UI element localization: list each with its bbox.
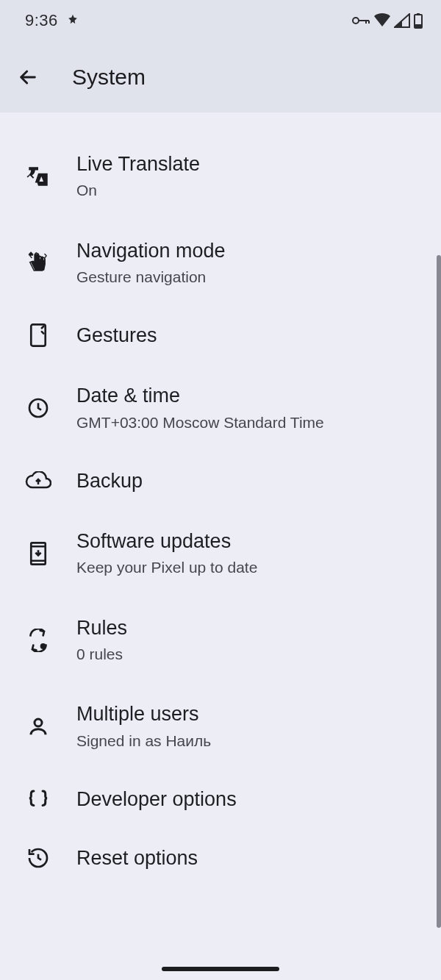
svg-point-7: [41, 644, 45, 648]
setting-date-time[interactable]: Date & time GMT+03:00 Moscow Standard Ti…: [0, 365, 441, 451]
svg-point-8: [35, 719, 42, 726]
restore-icon: [0, 846, 76, 870]
battery-icon: [413, 12, 423, 29]
setting-title: Reset options: [76, 846, 423, 870]
svg-rect-3: [415, 24, 421, 27]
vpn-key-icon: [351, 15, 370, 26]
cloud-backup-icon: [0, 471, 76, 490]
app-indicator-icon: [65, 13, 80, 28]
status-right: [351, 12, 423, 29]
svg-rect-2: [417, 13, 420, 15]
setting-gestures[interactable]: Gestures: [0, 306, 441, 365]
setting-subtitle: Keep your Pixel up to date: [76, 557, 423, 577]
translate-icon: [0, 164, 76, 189]
back-button[interactable]: [16, 65, 40, 89]
setting-navigation-mode[interactable]: Navigation mode Gesture navigation: [0, 220, 441, 307]
setting-rules[interactable]: Rules 0 rules: [0, 597, 441, 684]
setting-multiple-users[interactable]: Multiple users Signed in as Наиль: [0, 683, 441, 770]
setting-subtitle: 0 rules: [76, 644, 423, 664]
code-braces-icon: [0, 788, 76, 810]
setting-title: Developer options: [76, 787, 423, 811]
status-bar: 9:36: [0, 0, 441, 41]
status-time: 9:36: [25, 11, 58, 30]
setting-title: Navigation mode: [76, 239, 423, 262]
svg-point-0: [353, 18, 359, 24]
gesture-icon: [0, 323, 76, 348]
rules-icon: [0, 629, 76, 652]
swipe-icon: [0, 251, 76, 276]
setting-title: Software updates: [76, 529, 423, 553]
setting-title: Gestures: [76, 323, 423, 347]
setting-subtitle: GMT+03:00 Moscow Standard Time: [76, 412, 423, 432]
setting-title: Live Translate: [76, 152, 423, 176]
setting-backup[interactable]: Backup: [0, 451, 441, 510]
setting-reset-options[interactable]: Reset options: [0, 829, 441, 887]
setting-subtitle: Signed in as Наиль: [76, 731, 423, 751]
setting-title: Backup: [76, 469, 423, 493]
setting-title: Multiple users: [76, 702, 423, 726]
setting-live-translate[interactable]: Live Translate On: [0, 133, 441, 220]
clock-icon: [0, 396, 76, 420]
wifi-icon: [373, 13, 391, 28]
setting-title: Date & time: [76, 384, 423, 407]
scroll-indicator[interactable]: [437, 255, 441, 928]
cell-signal-icon: [394, 13, 410, 28]
person-icon: [0, 715, 76, 737]
setting-developer-options[interactable]: Developer options: [0, 770, 441, 829]
setting-subtitle: Gesture navigation: [76, 267, 423, 287]
navigation-handle[interactable]: [162, 967, 279, 971]
settings-list: Live Translate On Navigation mode Gestur…: [0, 112, 441, 887]
header: System: [0, 41, 441, 112]
system-update-icon: [0, 541, 76, 566]
setting-title: Rules: [76, 616, 423, 640]
setting-software-updates[interactable]: Software updates Keep your Pixel up to d…: [0, 510, 441, 597]
setting-subtitle: On: [76, 180, 423, 200]
status-left: 9:36: [25, 11, 80, 30]
page-title: System: [72, 65, 146, 90]
